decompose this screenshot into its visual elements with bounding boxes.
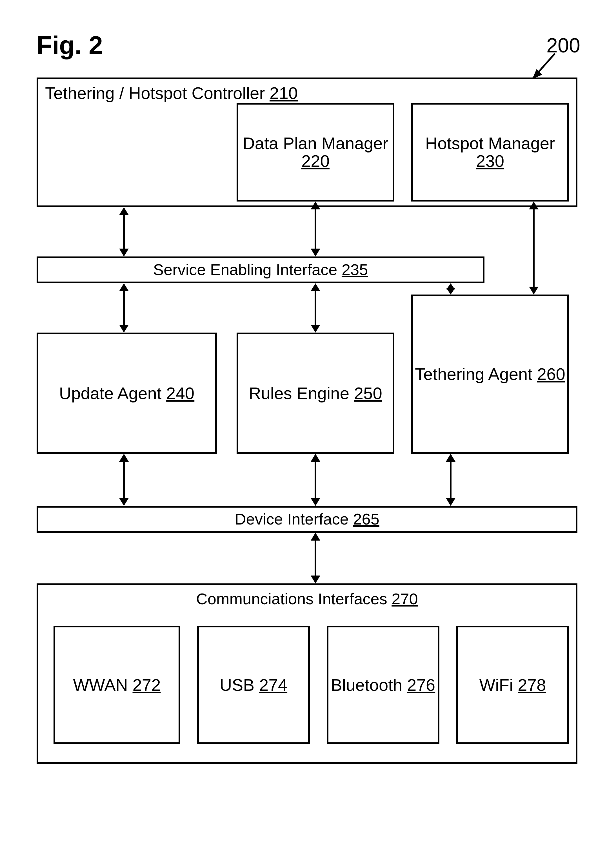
label-rules: Rules Engine	[249, 384, 349, 403]
bar-service-enabling-interface: Service Enabling Interface 235	[37, 257, 484, 283]
svg-marker-6	[311, 202, 320, 209]
num-wifi: 278	[518, 676, 546, 694]
box-bluetooth: Bluetooth 276	[327, 626, 439, 744]
svg-marker-25	[311, 498, 320, 506]
svg-marker-21	[119, 454, 129, 461]
label-hotspot: Hotspot Manager	[425, 134, 555, 153]
num-bt: 276	[407, 676, 435, 694]
label-wifi: WiFi	[479, 676, 513, 694]
svg-marker-30	[311, 533, 320, 540]
label-usb: USB	[220, 676, 255, 694]
box-rules-engine: Rules Engine 250	[237, 332, 394, 454]
num-svcif: 235	[342, 261, 368, 279]
svg-marker-16	[311, 325, 320, 332]
svg-marker-10	[529, 287, 539, 294]
num-devif: 265	[353, 510, 379, 528]
svg-marker-19	[446, 288, 455, 294]
label-bt: Bluetooth	[331, 676, 402, 694]
arrow-controller-to-svcif-left	[117, 207, 131, 257]
svg-marker-31	[311, 575, 320, 583]
svg-marker-12	[119, 283, 129, 291]
num-rules: 250	[354, 384, 382, 403]
svg-marker-4	[119, 249, 129, 257]
arrow-tether-to-devif	[444, 454, 458, 506]
num-comm: 270	[391, 590, 418, 608]
svg-marker-13	[119, 325, 129, 332]
num-usb: 274	[259, 676, 287, 694]
num-controller: 210	[270, 84, 298, 102]
box-hotspot-manager: Hotspot Manager 230	[411, 103, 569, 202]
box-usb: USB 274	[197, 626, 310, 744]
num-hotspot: 230	[476, 152, 504, 170]
label-devif: Device Interface	[235, 510, 349, 528]
num-dataplan: 220	[302, 152, 330, 170]
svg-marker-27	[446, 454, 456, 461]
box-data-plan-manager: Data Plan Manager 220	[237, 103, 394, 202]
figure-2-diagram: Fig. 2 200 Tethering / Hotspot Controlle…	[0, 0, 616, 863]
arrow-svcif-to-tether	[444, 283, 458, 294]
num-wwan: 272	[132, 676, 160, 694]
arrow-dataplan-to-svcif	[308, 202, 322, 257]
svg-marker-9	[529, 202, 539, 209]
arrow-update-to-devif	[117, 454, 131, 506]
arrow-devif-to-comm	[308, 533, 322, 583]
num-update: 240	[166, 384, 194, 403]
arrow-rules-to-devif	[308, 454, 322, 506]
arrow-svcif-to-rules	[308, 283, 322, 332]
svg-marker-7	[311, 249, 320, 257]
box-wifi: WiFi 278	[456, 626, 569, 744]
label-svcif: Service Enabling Interface	[153, 261, 338, 279]
svg-marker-22	[119, 498, 129, 506]
svg-marker-15	[311, 283, 320, 291]
arrow-hotspot-to-tether	[527, 202, 541, 294]
svg-marker-24	[311, 454, 320, 461]
label-comm: Communciations Interfaces	[196, 590, 387, 608]
label-tether: Tethering Agent	[415, 365, 532, 384]
label-wwan: WWAN	[73, 676, 127, 694]
label-controller: Tethering / Hotspot Controller	[45, 84, 265, 102]
svg-marker-3	[119, 207, 129, 215]
box-wwan: WWAN 272	[53, 626, 180, 744]
svg-marker-28	[446, 498, 456, 506]
arrow-svcif-to-update	[117, 283, 131, 332]
box-update-agent: Update Agent 240	[37, 332, 217, 454]
label-dataplan: Data Plan Manager	[243, 134, 388, 153]
figure-title: Fig. 2	[37, 31, 103, 60]
box-tethering-agent: Tethering Agent 260	[411, 294, 569, 454]
label-update: Update Agent	[59, 384, 162, 403]
num-tether: 260	[537, 365, 565, 384]
bar-device-interface: Device Interface 265	[37, 506, 577, 533]
